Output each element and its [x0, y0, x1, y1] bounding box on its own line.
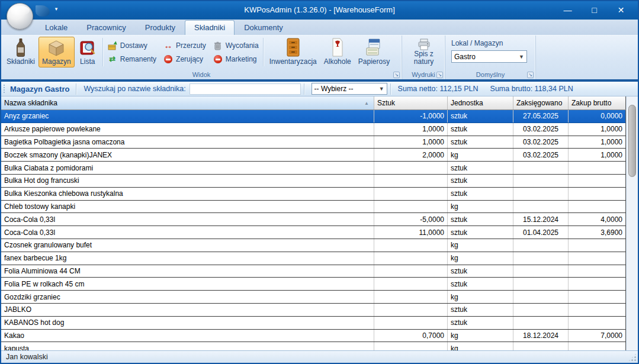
table-cell: -1,0000 [374, 110, 448, 123]
marketing-button[interactable]: Marketing [211, 53, 261, 65]
column-header-sztuk[interactable]: Sztuk [374, 96, 448, 109]
table-body: Anyz grzaniec-1,0000sztuk27.05.20250,000… [1, 110, 638, 350]
table-cell: sztuk [448, 188, 513, 200]
table-cell: Bulka Hot dog francuski [1, 175, 374, 187]
table-row[interactable]: Bagietka Polbagietka jasna omaczona1,000… [1, 136, 638, 149]
table-cell: sztuk [448, 175, 513, 187]
table-row[interactable]: kapustakg [1, 342, 638, 350]
scrollbar-thumb[interactable] [628, 105, 636, 177]
table-row[interactable]: JABLKOsztuk [1, 304, 638, 317]
przerzuty-button[interactable]: ↔ Przerzuty [161, 40, 208, 51]
search-input[interactable] [190, 83, 301, 95]
remanenty-button[interactable]: ⇄ Remanenty [105, 53, 159, 65]
lista-button-label: Lista [80, 57, 95, 66]
table-cell: sztuk [448, 317, 513, 329]
table-cell: sztuk [448, 123, 513, 136]
spis-z-natury-button[interactable]: Spis z natury [404, 37, 444, 67]
column-header-nazwa[interactable]: Nazwa składnika ▲ [1, 96, 374, 109]
table-cell [513, 188, 569, 200]
table-cell: Folia PE w rolkach 45 cm [1, 278, 374, 290]
table-cell: sztuk [448, 213, 513, 226]
dialog-launcher-icon[interactable]: ↘ [527, 72, 534, 78]
close-button[interactable]: ✕ [608, 2, 634, 18]
wycofania-label: Wycofania [226, 41, 259, 50]
spis-z-natury-label: Spis z natury [404, 50, 444, 66]
dostawy-button[interactable]: Dostawy [105, 40, 159, 51]
ribbon-group-wydruki: Spis z natury Wydruki ↘ [402, 36, 445, 79]
tab-pracownicy[interactable]: Pracownicy [77, 20, 135, 35]
alkohole-label: Alkohole [324, 57, 351, 66]
table-row[interactable]: Folia PE w rolkach 45 cmsztuk [1, 278, 638, 291]
table-row[interactable]: fanex barbecue 1kgkg [1, 252, 638, 265]
column-header-zaksiegowano[interactable]: Zaksięgowano [513, 96, 569, 109]
column-header-zakup-brutto[interactable]: Zakup brutto [569, 96, 626, 109]
table-cell: Bulka Ciabata z pomidorami [1, 162, 374, 174]
table-cell [569, 304, 626, 316]
zerujacy-button[interactable]: Zerujący [161, 53, 208, 65]
tab-skladniki[interactable]: Składniki [185, 20, 235, 35]
lista-button[interactable]: Lista [75, 37, 101, 67]
quick-access-dropdown-icon[interactable]: ▾ [53, 7, 59, 11]
app-window: KWPosAdmin (1.3.26.0) - [WarehouseForm] … [0, 0, 639, 364]
table-cell: Gozdziki grzaniec [1, 291, 374, 303]
dialog-launcher-icon[interactable]: ↘ [393, 72, 400, 78]
table-cell: 18.12.2024 [513, 330, 569, 342]
table-row[interactable]: Boczek smazony (kanapki)JANEX2,0000kg03.… [1, 149, 638, 162]
table-row[interactable]: Folia Aluminiowa 44 CMsztuk [1, 265, 638, 278]
table-cell [513, 252, 569, 265]
column-header-label: Zakup brutto [571, 99, 611, 107]
table-cell [374, 162, 448, 174]
minus-circle-icon [213, 54, 223, 64]
table-cell: Folia Aluminiowa 44 CM [1, 265, 374, 278]
table-row[interactable]: Czosnek granulowany bufetkg [1, 239, 638, 252]
table-cell: Arkusze papierowe powlekane [1, 123, 374, 136]
table-row[interactable]: Arkusze papierowe powlekane1,0000sztuk03… [1, 123, 638, 136]
lokal-magazyn-select[interactable]: Gastro ▼ [451, 50, 527, 63]
table-cell: 7,0000 [569, 330, 626, 342]
inwentaryzacja-button[interactable]: Inwentaryzacja [266, 37, 320, 67]
cabinet-icon [284, 38, 303, 57]
logged-in-user: Jan kowalski [1, 353, 48, 361]
maximize-button[interactable]: □ [581, 2, 608, 18]
bottle-icon [11, 38, 30, 57]
table-cell: sztuk [448, 226, 513, 239]
resize-grip[interactable] [628, 353, 637, 362]
column-header-jednostka[interactable]: Jednostka [448, 96, 513, 109]
filter-select-value: -- Wybierz -- [312, 85, 377, 93]
table-row[interactable]: Gozdziki grzanieckg [1, 291, 638, 304]
table-cell: 11,0000 [374, 226, 448, 239]
alkohole-button[interactable]: Alkohole [320, 37, 355, 67]
table-row[interactable]: KABANOS hot dogsztuk [1, 317, 638, 330]
wycofania-button[interactable]: Wycofania [211, 40, 261, 51]
tab-lokale[interactable]: Lokale [36, 20, 77, 35]
table-row[interactable]: Anyz grzaniec-1,0000sztuk27.05.20250,000… [1, 110, 638, 123]
table-row[interactable]: Coca-Cola 0,33l11,0000sztuk01.04.20253,6… [1, 226, 638, 239]
application-orb-button[interactable] [7, 3, 33, 30]
tab-produkty[interactable]: Produkty [136, 20, 185, 35]
table-row[interactable]: Coca-Cola 0,33l-5,0000sztuk15.12.20244,0… [1, 213, 638, 226]
skladniki-button[interactable]: Składniki [3, 37, 38, 67]
table-cell: 3,6900 [569, 226, 626, 239]
group-caption-domyslny: Domyślny [445, 71, 535, 78]
filter-select[interactable]: -- Wybierz -- ▼ [312, 83, 387, 95]
table-row[interactable]: Kakao0,7000kg18.12.20247,0000 [1, 330, 638, 343]
table-cell [569, 317, 626, 329]
table-cell [374, 265, 448, 278]
magazyn-button[interactable]: Magazyn [38, 37, 75, 67]
papierosy-button[interactable]: Papierosy [355, 37, 393, 67]
table-cell: KABANOS hot dog [1, 317, 374, 329]
table-row[interactable]: Chleb tostowy kanapkikg [1, 201, 638, 214]
vertical-scrollbar[interactable] [626, 96, 638, 350]
tab-dokumenty[interactable]: Dokumenty [235, 20, 293, 35]
table-cell [513, 162, 569, 174]
suma-brutto: Suma brutto: 118,34 PLN [487, 85, 582, 93]
table-cell: Anyz grzaniec [1, 110, 374, 123]
table-cell: 4,0000 [569, 213, 626, 226]
toolbar-drag-handle[interactable] [3, 84, 6, 94]
ribbon-separator [102, 38, 104, 66]
table-row[interactable]: Bulka Kieszonka chlebowa rustykalnasztuk [1, 188, 638, 201]
minimize-button[interactable]: — [554, 2, 581, 18]
table-row[interactable]: Bulka Ciabata z pomidoramisztuk [1, 162, 638, 175]
dialog-launcher-icon[interactable]: ↘ [436, 72, 443, 78]
table-row[interactable]: Bulka Hot dog francuskisztuk [1, 175, 638, 188]
